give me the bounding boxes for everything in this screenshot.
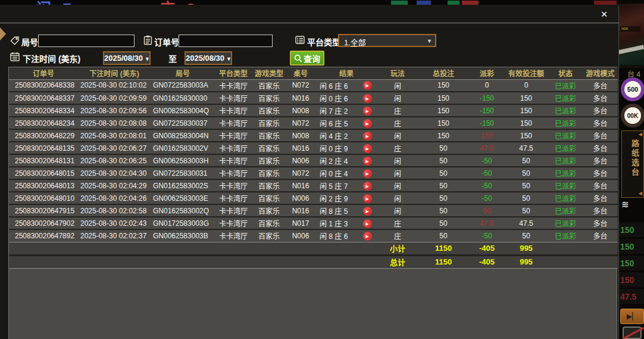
order-no-input[interactable] — [179, 35, 273, 47]
valid-bet-cell: 50 — [504, 204, 548, 217]
payout-cell: -50 — [470, 179, 504, 192]
table-no-cell: N016 — [286, 142, 315, 154]
game-no-cell: GN0082583004Q — [151, 104, 215, 117]
payout-cell: -150 — [470, 92, 504, 104]
play-type-cell: 闲 — [378, 129, 417, 142]
game-type-cell: 百家乐 — [252, 79, 286, 92]
grand-total-label: 总计 — [378, 255, 417, 268]
status-badge: 已派彩 — [548, 92, 583, 104]
table-row: 2508300206481312025-08-30 02:06:25GN0062… — [9, 154, 618, 167]
table-no-cell: N006 — [286, 154, 315, 167]
valid-bet-cell: 0 — [504, 79, 548, 92]
order-no-cell: 250830020648334 — [9, 104, 78, 117]
chip-100k[interactable]: 00K — [621, 104, 644, 127]
replay-cell: ▶ — [357, 154, 378, 167]
scene-table-sign: N06 — [620, 26, 640, 32]
game-type-cell: 百家乐 — [252, 104, 286, 117]
payout-cell: -150 — [470, 117, 504, 129]
order-no-cell: 250830020648013 — [9, 179, 78, 192]
game-no-cell: GN0172583003G — [151, 217, 215, 229]
game-type-cell: 百家乐 — [252, 92, 286, 104]
replay-button[interactable]: ▶ — [363, 194, 372, 203]
status-badge: 已派彩 — [548, 229, 583, 242]
bet-time-cell: 2025-08-30 02:09:56 — [78, 104, 151, 117]
payout-cell: 150 — [470, 129, 504, 142]
date-to-value: 2025/08/30 — [186, 54, 224, 63]
replay-cell: ▶ — [357, 92, 378, 104]
replay-button[interactable]: ▶ — [363, 107, 372, 116]
date-from-select[interactable]: 2025/08/30▼ — [103, 51, 151, 65]
col-order-no: 订单号 — [9, 67, 78, 79]
skip-next-button[interactable]: ▶▏ — [620, 309, 644, 324]
game-no-cell: GN0162583002S — [151, 179, 215, 192]
payout-cell: 47.5 — [470, 142, 504, 154]
replay-cell: ▶ — [357, 167, 378, 179]
table-row: 2508300206479152025-08-30 02:02:58GN0162… — [9, 204, 618, 217]
background-fragment — [391, 1, 408, 5]
game-no-cell: GN07225830037 — [151, 117, 215, 129]
platform-cell: 卡卡湾厅 — [215, 129, 252, 142]
game-no-cell: GN0162583002Q — [151, 204, 215, 217]
replay-button[interactable]: ▶ — [363, 144, 372, 153]
game-type-cell: 百家乐 — [252, 167, 286, 179]
play-type-cell: 庄 — [378, 217, 417, 229]
replay-button[interactable]: ▶ — [363, 94, 372, 103]
game-type-cell: 百家乐 — [252, 142, 286, 154]
valid-bet-cell: 50 — [504, 154, 548, 167]
table-row: 2508300206478922025-08-30 02:02:37GN0062… — [9, 229, 618, 242]
payout-cell: 50 — [470, 204, 504, 217]
result-cell: 闲 2 庄 9 — [315, 192, 357, 204]
replay-button[interactable]: ▶ — [363, 81, 372, 90]
replay-button[interactable]: ▶ — [363, 232, 372, 241]
game-no-input[interactable] — [38, 35, 135, 47]
table-row: 2508300206482292025-08-30 02:08:01GN0082… — [9, 129, 618, 142]
road-arrow-icon[interactable]: ◀ — [639, 191, 642, 196]
replay-button[interactable]: ▶ — [363, 169, 372, 178]
bet-time-cell: 2025-08-30 02:09:59 — [78, 92, 151, 104]
chip-500[interactable]: 500 — [621, 77, 644, 101]
replay-button[interactable]: ▶ — [363, 157, 372, 166]
platform-type-select[interactable]: 1.全部 ▼ — [338, 34, 436, 47]
bet-time-cell: 2025-08-30 02:08:08 — [78, 117, 151, 129]
replay-button[interactable]: ▶ — [363, 219, 372, 228]
table-no-cell: N072 — [286, 167, 315, 179]
total-bet-cell: 150 — [417, 79, 470, 92]
game-no-cell: GN0062583003E — [151, 192, 215, 204]
payout-cell: 0 — [470, 79, 504, 92]
query-button[interactable]: 查询 — [290, 51, 324, 66]
play-type-cell: 庄 — [378, 142, 417, 154]
replay-button[interactable]: ▶ — [363, 119, 372, 128]
mode-cell: 多台 — [583, 117, 618, 129]
grand-total-payout: -405 — [470, 255, 504, 268]
replay-button[interactable]: ▶ — [363, 132, 372, 141]
game-type-cell: 百家乐 — [252, 117, 286, 129]
mode-cell: 多台 — [583, 92, 618, 104]
table-no-cell: N016 — [286, 92, 315, 104]
close-button[interactable]: × — [598, 8, 611, 20]
game-no-cell: GN0062583003H — [151, 154, 215, 167]
platform-cell: 卡卡湾厅 — [215, 179, 252, 192]
table-no-cell: N008 — [286, 104, 315, 117]
replay-button[interactable]: ▶ — [363, 207, 372, 216]
valid-bet-cell: 47.5 — [504, 142, 548, 154]
game-type-cell: 百家乐 — [252, 129, 286, 142]
replay-cell: ▶ — [357, 79, 378, 92]
platform-cell: 卡卡湾厅 — [215, 92, 252, 104]
valid-bet-cell: 50 — [504, 192, 548, 204]
chat-disabled-icon[interactable] — [623, 326, 642, 339]
mode-cell: 多台 — [583, 129, 618, 142]
replay-cell: ▶ — [357, 217, 378, 229]
game-type-cell: 百家乐 — [252, 154, 286, 167]
bet-time-cell: 2025-08-30 02:02:58 — [78, 204, 151, 217]
col-payout: 派彩 — [470, 67, 504, 79]
order-no-cell: 250830020647915 — [9, 204, 78, 217]
date-to-select[interactable]: 2025/08/30▼ — [185, 51, 232, 65]
road-arrow-icon[interactable]: ◀ — [639, 132, 642, 137]
play-type-cell: 庄 — [378, 104, 417, 117]
order-no-cell: 250830020648229 — [9, 129, 78, 142]
valid-bet-cell: 50 — [504, 229, 548, 242]
calendar-icon — [10, 52, 20, 61]
road-select-panel[interactable]: ◀ 路纸选台 ◀ — [621, 130, 644, 198]
result-cell: 闲 5 庄 7 — [315, 179, 357, 192]
replay-button[interactable]: ▶ — [363, 182, 372, 191]
